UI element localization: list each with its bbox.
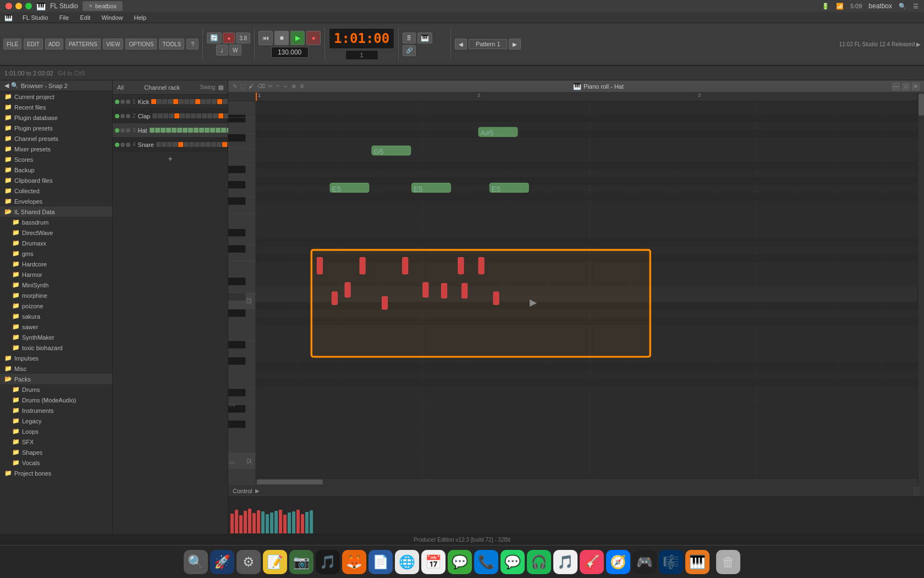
ctrl-bar-13[interactable] (288, 512, 291, 533)
dock-music[interactable]: 🎵 (553, 550, 578, 574)
ctrl-bar-fill-18[interactable] (310, 510, 313, 533)
sidebar-item-sawer[interactable]: 📁 sawer (0, 321, 112, 332)
piano-btn[interactable]: 🎹 (417, 32, 432, 43)
sidebar-item-legacy[interactable]: 📁 Legacy (0, 416, 112, 426)
menu-help[interactable]: Help (129, 12, 152, 23)
sidebar-item-gms[interactable]: 📁 gms (0, 248, 112, 259)
menu-window[interactable]: Window (96, 12, 128, 23)
ctrl-bar-9[interactable] (270, 512, 273, 533)
dock-word[interactable]: 📄 (369, 550, 393, 574)
ctrl-bar-11[interactable] (279, 510, 282, 533)
snare-btn3[interactable] (126, 143, 130, 147)
sidebar-item-drums[interactable]: 📁 Drums (0, 384, 112, 395)
pr-close[interactable]: ✕ (912, 83, 920, 90)
sidebar-item-instruments[interactable]: 📁 Instruments (0, 405, 112, 416)
mixer-btn[interactable]: 🎚 (403, 32, 416, 43)
dock-ableton[interactable]: 🎵 (316, 550, 340, 574)
dock-itunes[interactable]: 🎸 (580, 550, 604, 574)
maximize-btn[interactable] (25, 3, 32, 9)
ctrl-bar-fill-2[interactable] (239, 515, 243, 533)
sidebar-item-synthmaker[interactable]: 📁 SynthMaker (0, 332, 112, 342)
file-btn[interactable]: FILE (3, 39, 21, 50)
sidebar-item-hardcore[interactable]: 📁 Hardcore (0, 259, 112, 269)
minimize-btn[interactable] (15, 3, 22, 9)
pr-tool-zoom[interactable]: ⊕ (292, 83, 296, 89)
sidebar-item-bassdrum[interactable]: 📁 bassdrum (0, 217, 112, 227)
menu-icon[interactable]: ☰ (913, 3, 919, 10)
menu-file[interactable]: File (54, 12, 75, 23)
sidebar-item-minisynth[interactable]: 📁 MiniSynth (0, 280, 112, 290)
browser-header[interactable]: ◀ 🔍 Browser - Snap 2 (0, 80, 112, 91)
hat-btn2[interactable] (120, 128, 125, 133)
ctrl-bar-fill-3[interactable] (244, 511, 247, 533)
window-tab[interactable]: ✕ beatbox (82, 1, 123, 11)
snare-active[interactable] (115, 143, 119, 147)
ctrl-bar-5[interactable] (252, 513, 256, 533)
sidebar-item-morphine[interactable]: 📁 morphine (0, 290, 112, 301)
add-btn[interactable]: ADD (45, 39, 63, 50)
sidebar-item-plugin-database[interactable]: 📁 Plugin database (0, 112, 112, 123)
record-btn[interactable]: ● (223, 32, 235, 43)
ctrl-bar-2[interactable] (239, 515, 243, 533)
ctrl-bar-fill-8[interactable] (266, 514, 269, 533)
snare-name[interactable]: Snare (138, 141, 154, 148)
clap-name[interactable]: Clap (138, 113, 151, 119)
bpm-input[interactable] (271, 47, 309, 58)
close-btn[interactable] (6, 3, 12, 9)
ctrl-bar-14[interactable] (292, 511, 295, 533)
dock-unity[interactable]: 🎮 (632, 550, 657, 574)
ctrl-bar-fill-1[interactable] (235, 510, 238, 533)
ctrl-bar-12[interactable] (283, 515, 287, 533)
tools-btn[interactable]: TOOLS (159, 39, 184, 50)
hat-active[interactable] (115, 128, 119, 133)
ctrl-bar-fill-13[interactable] (288, 512, 291, 533)
pattern-next[interactable]: ▶ (509, 39, 521, 50)
ctrl-bar-fill-7[interactable] (261, 511, 265, 533)
stop-btn[interactable]: ■ (274, 31, 289, 45)
dock-photos[interactable]: 📷 (289, 550, 314, 574)
pr-tool-erase[interactable]: ⌫ (257, 83, 265, 89)
dock-launchpad[interactable]: 🚀 (210, 550, 234, 574)
options-btn[interactable]: OPTIONS (125, 39, 157, 50)
ctrl-bar-0[interactable] (230, 514, 234, 533)
ctrl-bar-fill-5[interactable] (252, 513, 256, 533)
sidebar-item-toxic-biohazard[interactable]: 📁 toxic biohazard (0, 342, 112, 353)
sidebar-item-backup[interactable]: 📁 Backup (0, 165, 112, 175)
pr-tool-pencil[interactable]: ✎ (233, 83, 237, 89)
ctrl-bar-6[interactable] (257, 510, 260, 533)
scrollbar-thumb-v[interactable] (919, 94, 924, 116)
link-btn[interactable]: 🔗 (403, 45, 416, 56)
ctrl-bar-fill-14[interactable] (292, 511, 295, 533)
ctrl-bar-16[interactable] (301, 514, 304, 533)
ctrl-bar-fill-11[interactable] (279, 510, 282, 533)
pr-tool-pause[interactable]: ⏸ (299, 83, 305, 89)
sidebar-item-plugin-presets[interactable]: 📁 Plugin presets (0, 123, 112, 133)
dock-whatsapp[interactable]: 💬 (501, 550, 525, 574)
dock-fl-studio[interactable]: 🎹 (685, 550, 710, 574)
clap-btn3[interactable] (126, 114, 130, 118)
ctrl-bar-17[interactable] (305, 512, 309, 533)
menu-edit[interactable]: Edit (74, 12, 96, 23)
sidebar-item-impulses[interactable]: 📁 Impulses (0, 353, 112, 363)
sidebar-item-scores[interactable]: 📁 Scores (0, 154, 112, 165)
dock-messages[interactable]: 💬 (448, 550, 472, 574)
sidebar-item-misc[interactable]: 📁 Misc (0, 363, 112, 374)
ctrl-bar-1[interactable] (235, 510, 238, 533)
sidebar-item-harmor[interactable]: 📁 Harmor (0, 269, 112, 280)
ctrl-bar-fill-16[interactable] (301, 514, 304, 533)
pr-tool-select[interactable]: ⬚ (240, 83, 245, 89)
sidebar-item-recent-files[interactable]: 📁 Recent files (0, 102, 112, 112)
pr-minimize[interactable]: — (892, 83, 900, 90)
sidebar-item-vocals[interactable]: 📁 Vocals (0, 457, 112, 468)
kick-active[interactable] (115, 100, 119, 104)
dock-calendar[interactable]: 📅 (421, 550, 446, 574)
ctrl-bar-15[interactable] (296, 510, 300, 533)
sidebar-item-mixer-presets[interactable]: 📁 Mixer presets (0, 144, 112, 154)
sidebar-item-drumaxx[interactable]: 📁 Drumaxx (0, 238, 112, 248)
sidebar-item-channel-presets[interactable]: 📁 Channel presets (0, 133, 112, 144)
all-label[interactable]: All (117, 84, 124, 91)
dock-spotify[interactable]: 🎧 (527, 550, 551, 574)
wait-btn[interactable]: W (229, 45, 241, 56)
play-btn[interactable]: ▶ (290, 31, 305, 45)
pattern-prev[interactable]: ◀ (455, 39, 467, 50)
